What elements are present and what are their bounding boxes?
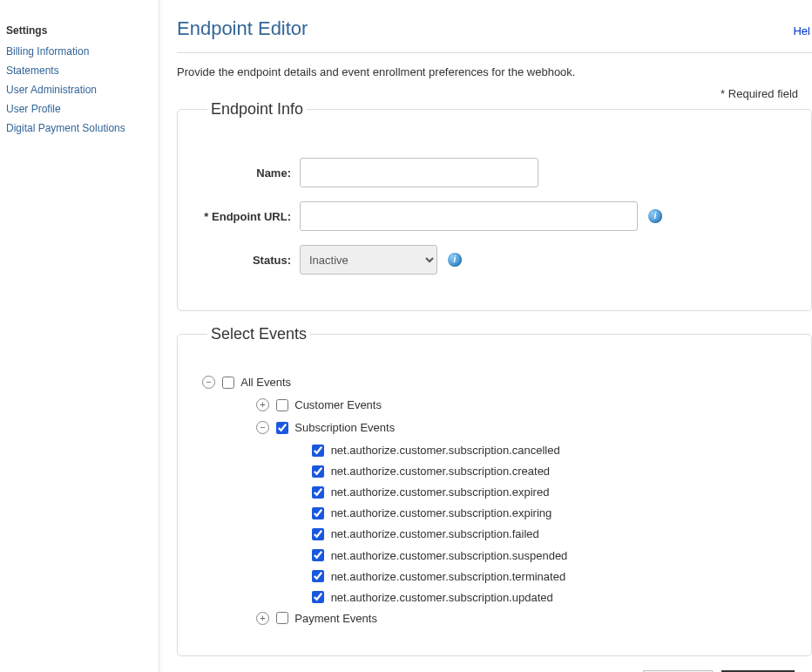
main-content: Endpoint Editor Hel Provide the endpoint… [159,0,812,672]
expand-icon[interactable]: + [256,398,269,411]
select-events-legend: Select Events [207,325,310,343]
tree-leaf: net.authorize.customer.subscription.term… [310,569,794,583]
tree-node-customer-events: + Customer Events [256,397,794,411]
label-event-cancelled[interactable]: net.authorize.customer.subscription.canc… [331,444,560,457]
row-url: * Endpoint URL: i [195,201,794,231]
label-subscription-events[interactable]: Subscription Events [294,421,395,434]
tree-leaf: net.authorize.customer.subscription.fail… [310,526,794,540]
checkbox-event-terminated[interactable] [312,570,324,582]
checkbox-event-created[interactable] [312,465,324,478]
row-name: Name: [195,158,794,187]
tree-leaf: net.authorize.customer.subscription.canc… [310,443,794,457]
sidebar-item-user-admin[interactable]: User Administration [6,84,159,96]
endpoint-url-input[interactable] [300,201,638,231]
row-status: Status: Inactive Active i [195,245,794,275]
sidebar-item-user-profile[interactable]: User Profile [6,103,159,115]
name-label: Name: [195,166,300,180]
help-link[interactable]: Hel [793,24,810,37]
expand-icon[interactable]: + [256,612,269,625]
name-input[interactable] [300,158,538,187]
tree-node-subscription-events: − Subscription Events [256,420,794,434]
collapse-icon[interactable]: − [256,421,269,434]
intro-text: Provide the endpoint details and event e… [177,65,812,78]
label-customer-events[interactable]: Customer Events [294,398,382,411]
tree-leaf: net.authorize.customer.subscription.expi… [310,485,794,499]
checkbox-payment-events[interactable] [276,612,288,624]
label-event-created[interactable]: net.authorize.customer.subscription.crea… [331,465,550,478]
checkbox-event-failed[interactable] [312,528,324,540]
checkbox-event-cancelled[interactable] [312,445,324,457]
checkbox-event-suspended[interactable] [312,549,324,561]
settings-sidebar: Settings Billing Information Statements … [0,0,159,672]
info-icon[interactable]: i [448,253,462,267]
tree-node-payment-events: + Payment Events [256,611,794,625]
sidebar-item-billing[interactable]: Billing Information [6,45,159,58]
label-event-suspended[interactable]: net.authorize.customer.subscription.susp… [331,549,568,562]
tree-leaf: net.authorize.customer.subscription.susp… [310,548,794,562]
label-payment-events[interactable]: Payment Events [294,612,377,625]
checkbox-all-events[interactable] [222,377,234,389]
status-label: Status: [195,254,300,267]
label-event-expiring[interactable]: net.authorize.customer.subscription.expi… [331,506,552,519]
sidebar-heading: Settings [6,24,159,37]
endpoint-info-legend: Endpoint Info [207,100,307,119]
status-select[interactable]: Inactive Active [300,245,437,275]
checkbox-event-updated[interactable] [312,591,324,603]
tree-leaf: net.authorize.customer.subscription.expi… [310,506,794,519]
checkbox-event-expired[interactable] [312,486,324,499]
required-field-note: * Required field [177,87,812,100]
label-event-terminated[interactable]: net.authorize.customer.subscription.term… [331,570,566,583]
checkbox-subscription-events[interactable] [276,422,288,434]
endpoint-info-fieldset: Endpoint Info Name: * Endpoint URL: i St… [177,100,812,311]
info-icon[interactable]: i [648,209,662,223]
tree-leaf: net.authorize.customer.subscription.crea… [310,464,794,478]
label-event-expired[interactable]: net.authorize.customer.subscription.expi… [331,485,550,499]
url-label: * Endpoint URL: [195,210,300,223]
select-events-fieldset: Select Events − All Events + Customer Ev… [177,325,812,656]
label-event-failed[interactable]: net.authorize.customer.subscription.fail… [331,528,539,541]
sidebar-item-statements[interactable]: Statements [6,64,159,77]
sidebar-item-digital-payment[interactable]: Digital Payment Solutions [6,122,159,134]
checkbox-customer-events[interactable] [276,399,288,411]
tree-node-all-events: − All Events [202,375,794,389]
label-event-updated[interactable]: net.authorize.customer.subscription.upda… [331,591,553,604]
page-header: Endpoint Editor Hel [177,17,812,53]
page-title: Endpoint Editor [177,17,308,40]
tree-leaf: net.authorize.customer.subscription.upda… [310,590,794,604]
label-all-events[interactable]: All Events [240,376,291,389]
checkbox-event-expiring[interactable] [312,507,324,519]
collapse-icon[interactable]: − [202,376,215,389]
events-tree: − All Events + Customer Events − Subscri… [195,375,794,625]
